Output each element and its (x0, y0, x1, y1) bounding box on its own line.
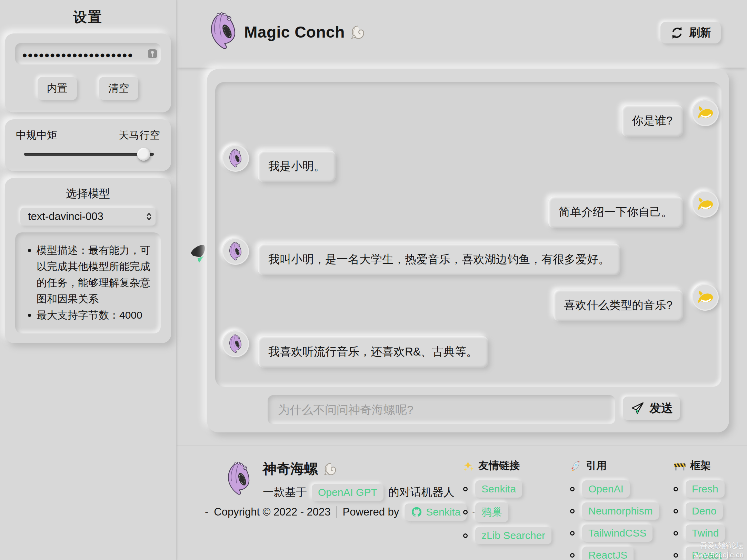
bot-avatar[interactable] (222, 238, 249, 265)
sparkles-icon (463, 460, 474, 471)
bot-bubble: 我喜欢听流行音乐，还喜欢R&、古典等。 (258, 336, 488, 368)
footer-column-citations: 引用 OpenAI Neumorphism TailwindCSS ReactJ… (570, 459, 659, 560)
senkita-link[interactable]: Senkita (405, 503, 467, 521)
yellow-fish-icon (696, 194, 715, 214)
watermark: 吾爱破解论坛 www.52pojie.cn (693, 541, 744, 559)
watermark-line2: www.52pojie.cn (693, 550, 744, 559)
footer: 神奇海螺 一款基于 OpenAI GPT 的对话机器人 - Copyright … (176, 445, 747, 560)
main-area: Magic Conch 刷新 你是谁? 我是小明。 简单介 (176, 0, 747, 560)
builtin-key-button[interactable]: 内置 (38, 77, 77, 100)
footer-column-title: 友情链接 (478, 459, 520, 473)
footer-brand-name-row: 神奇海螺 (263, 459, 455, 478)
bot-avatar[interactable] (222, 145, 249, 172)
rocket-icon (570, 460, 582, 472)
chat-message-panel[interactable]: 你是谁? 我是小明。 简单介绍一下你自己。 (215, 82, 721, 387)
user-avatar[interactable] (692, 191, 719, 218)
user-bubble: 喜欢什么类型的音乐? (554, 290, 683, 321)
app-title-text: Magic Conch (244, 23, 345, 41)
refresh-button[interactable]: 刷新 (660, 22, 721, 43)
stepper-arrows-icon (146, 212, 152, 221)
chat-message-bot: 我喜欢听流行音乐，还喜欢R&、古典等。 (222, 330, 719, 368)
send-button[interactable]: 发送 (623, 397, 680, 420)
key-icon[interactable] (148, 49, 157, 59)
list-item: 鸦巢 (463, 502, 551, 522)
purple-conch-icon (227, 242, 244, 261)
shell-icon (350, 24, 366, 40)
list-marker (570, 509, 575, 513)
watermark-line1: 吾爱破解论坛 (693, 541, 744, 550)
temperature-slider[interactable] (24, 153, 154, 156)
temperature-slider-thumb[interactable] (137, 148, 150, 161)
openai-gpt-link[interactable]: OpenAI GPT (312, 484, 384, 501)
chat-input[interactable] (268, 395, 615, 424)
link-yachao[interactable]: 鸦巢 (475, 502, 508, 522)
vertical-divider (336, 506, 337, 518)
temperature-card: 中规中矩 天马行空 (5, 119, 171, 171)
list-item: Fresh (674, 480, 728, 498)
bot-bubble: 我是小明。 (258, 151, 336, 182)
user-avatar[interactable] (692, 99, 719, 126)
footer-column-title: 框架 (690, 459, 711, 473)
link-tailwindcss[interactable]: TailwindCSS (582, 524, 653, 542)
send-button-label: 发送 (649, 400, 673, 416)
conch-logo-icon (223, 461, 255, 496)
app-title: Magic Conch (244, 23, 366, 41)
link-twind[interactable]: Twind (686, 524, 725, 542)
footer-tagline-prefix: 一款基于 (263, 485, 307, 500)
list-marker (463, 533, 468, 538)
refresh-arrows-icon (670, 26, 684, 40)
list-marker (674, 531, 678, 536)
user-avatar[interactable] (692, 284, 719, 311)
chat-message-bot: 我是小明。 (222, 145, 719, 182)
list-marker (463, 487, 468, 491)
model-description-item: 模型描述：最有能力，可以完成其他模型所能完成的任务，能够理解复杂意图和因果关系 (37, 242, 155, 307)
link-openai[interactable]: OpenAI (582, 480, 630, 498)
purple-conch-icon (227, 149, 244, 168)
list-item: Deno (674, 502, 728, 520)
clear-key-button[interactable]: 清空 (99, 77, 138, 100)
model-max-bytes-item: 最大支持字节数：4000 (37, 307, 155, 323)
footer-brand-name: 神奇海螺 (263, 459, 318, 478)
paper-plane-logo-icon (188, 243, 209, 265)
api-key-input[interactable] (15, 43, 161, 64)
link-neumorphism[interactable]: Neumorphism (582, 502, 659, 520)
conch-logo-icon (205, 11, 242, 52)
model-select[interactable]: text-davinci-003 (20, 208, 156, 226)
chat-message-bot: 我叫小明，是一名大学生，热爱音乐，喜欢湖边钓鱼，有很多爱好。 (222, 238, 719, 275)
paper-plane-icon (630, 401, 645, 416)
api-key-card: 内置 清空 (5, 33, 171, 112)
link-fresh[interactable]: Fresh (686, 480, 725, 498)
link-deno[interactable]: Deno (686, 502, 723, 520)
list-marker (674, 509, 678, 513)
model-select-value: text-davinci-003 (28, 210, 103, 223)
model-select-title: 选择模型 (10, 186, 166, 201)
bot-avatar[interactable] (222, 330, 249, 357)
list-marker (674, 487, 678, 491)
yellow-fish-icon (696, 288, 715, 307)
chat-message-user: 喜欢什么类型的音乐? (222, 284, 719, 321)
link-senkita[interactable]: Senkita (475, 480, 522, 498)
github-icon (411, 506, 422, 518)
chat-card: 你是谁? 我是小明。 简单介绍一下你自己。 (207, 69, 729, 432)
user-bubble: 你是谁? (622, 105, 683, 137)
footer-tagline: 一款基于 OpenAI GPT 的对话机器人 (263, 484, 455, 501)
list-marker (570, 487, 575, 491)
model-description-box: 模型描述：最有能力，可以完成其他模型所能完成的任务，能够理解复杂意图和因果关系 … (15, 232, 161, 333)
powered-by-text: Powered by (343, 506, 399, 518)
list-item: Neumorphism (570, 502, 659, 520)
senkita-link-label: Senkita (426, 506, 460, 518)
list-marker (570, 531, 575, 536)
settings-sidebar: 设置 内置 清空 中规中矩 天马行空 选择模型 text-davinci-003… (0, 0, 176, 560)
shell-icon (323, 462, 337, 476)
yellow-fish-icon (696, 103, 715, 122)
footer-copyright-row: - Copyright © 2022 - 2023 Powered by Sen… (205, 503, 476, 521)
list-item: ReactJS (570, 547, 659, 560)
construction-icon (674, 461, 686, 471)
chat-message-user: 你是谁? (222, 99, 719, 137)
link-zlib-searcher[interactable]: zLib Searcher (475, 527, 551, 544)
model-card: 选择模型 text-davinci-003 模型描述：最有能力，可以完成其他模型… (5, 178, 171, 343)
bot-bubble: 我叫小明，是一名大学生，热爱音乐，喜欢湖边钓鱼，有很多爱好。 (258, 244, 620, 275)
link-reactjs[interactable]: ReactJS (582, 547, 634, 560)
list-item: Senkita (463, 480, 551, 498)
list-item: OpenAI (570, 480, 659, 498)
